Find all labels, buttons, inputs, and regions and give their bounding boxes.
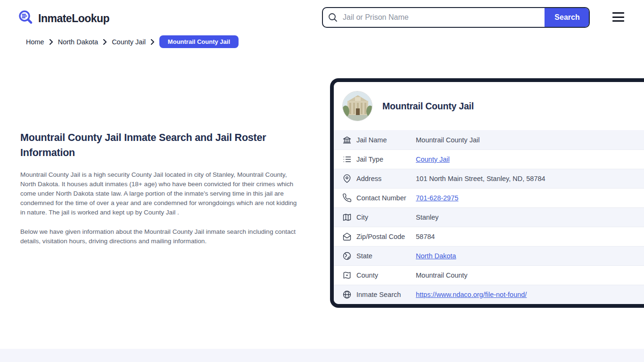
jail-card-header: Mountrail County Jail (334, 82, 644, 130)
search-icon (328, 12, 338, 23)
article-paragraph-2: Below we have given information about th… (20, 227, 301, 246)
chevron-right-icon (103, 39, 107, 45)
row-label: Jail Type (356, 156, 416, 163)
row-label: State (356, 252, 416, 260)
table-row-jail-name: Jail Name Mountrail County Jail (334, 130, 644, 149)
chevron-right-icon (49, 39, 53, 45)
row-label: County (356, 272, 416, 279)
zip-value: 58784 (416, 233, 644, 240)
table-row-city: City Stanley (334, 207, 644, 227)
mail-icon (342, 232, 356, 241)
list-icon (342, 155, 356, 164)
chevron-right-icon (150, 39, 155, 45)
table-row-address: Address 101 North Main Street, Stanley, … (334, 169, 644, 188)
bank-icon (342, 135, 356, 145)
top-header: InmateLookup Search (0, 0, 644, 35)
row-label: Inmate Search (356, 291, 416, 298)
breadcrumb-state[interactable]: North Dakota (58, 38, 98, 46)
table-row-inmate-search: Inmate Search https://www.ndaco.org/file… (334, 285, 644, 304)
globe-americas-icon (342, 251, 356, 261)
search-bar: Search (322, 7, 590, 28)
row-label: Contact Number (356, 194, 416, 202)
table-row-zip: Zip/Postal Code 58784 (334, 227, 644, 246)
search-input[interactable] (338, 8, 545, 27)
breadcrumb: Home North Dakota County Jail Mountrail … (26, 35, 239, 48)
table-row-state: State North Dakota (334, 246, 644, 265)
row-label: Address (356, 175, 416, 182)
page-title: Mountrail County Jail Inmate Search and … (20, 130, 301, 160)
jail-info-card: Mountrail County Jail Jail Name Mountrai… (330, 78, 644, 308)
article: Mountrail County Jail Inmate Search and … (20, 130, 301, 246)
hamburger-menu-icon[interactable] (612, 12, 624, 22)
page: InmateLookup Search Home North Dakota Co… (0, 0, 644, 362)
inmate-search-link[interactable]: https://www.ndaco.org/file-not-found/ (416, 291, 527, 298)
breadcrumb-home[interactable]: Home (26, 38, 44, 46)
jail-name-value: Mountrail County Jail (416, 136, 644, 144)
table-row-contact-number: Contact Number 701-628-2975 (334, 188, 644, 207)
magnifier-logo-icon (18, 9, 34, 27)
breadcrumb-jail-type[interactable]: County Jail (112, 38, 146, 46)
table-row-county: County Mountrail County (334, 265, 644, 285)
jail-type-link[interactable]: County Jail (416, 156, 450, 163)
county-value: Mountrail County (416, 272, 644, 279)
table-row-jail-type: Jail Type County Jail (334, 149, 644, 169)
jail-card-title: Mountrail County Jail (382, 101, 474, 112)
jail-photo (342, 91, 372, 121)
location-pin-icon (342, 174, 356, 183)
article-paragraph-1: Mountrail County Jail is a high security… (20, 170, 301, 217)
contact-number-link[interactable]: 701-628-2975 (416, 194, 458, 202)
breadcrumb-current-badge[interactable]: Mountrail County Jail (159, 35, 239, 48)
row-label: City (356, 214, 416, 221)
globe-icon (342, 290, 356, 299)
phone-icon (342, 193, 356, 203)
county-map-icon (342, 271, 356, 280)
state-link[interactable]: North Dakota (416, 252, 456, 260)
site-logo[interactable]: InmateLookup (18, 9, 109, 27)
city-value: Stanley (416, 214, 644, 221)
row-label: Jail Name (356, 136, 416, 144)
map-icon (342, 213, 356, 222)
jail-info-table: Jail Name Mountrail County Jail Jail Typ… (334, 130, 644, 304)
search-button[interactable]: Search (545, 7, 590, 28)
row-label: Zip/Postal Code (356, 233, 416, 240)
footer-strip (0, 349, 644, 362)
address-value: 101 North Main Street, Stanley, ND, 5878… (416, 175, 644, 182)
site-logo-text: InmateLookup (38, 12, 109, 25)
